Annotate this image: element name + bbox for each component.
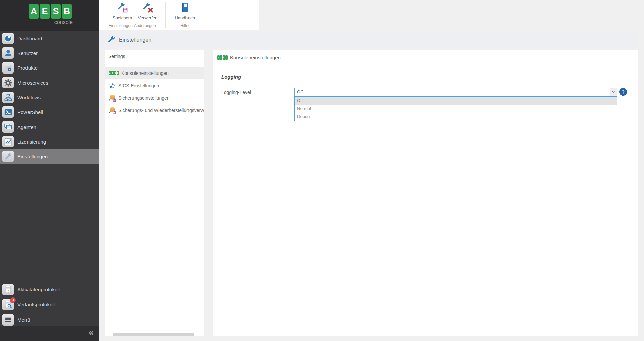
button-label: Speichern xyxy=(113,15,132,20)
settings-item-label: Sicherungs- und Wiederherstellungsverwal xyxy=(118,108,204,113)
sidebar-item-menue[interactable]: Menü xyxy=(0,312,99,327)
sidebar-item-label: Workflows xyxy=(17,95,41,100)
main-content-panel: AESB Konsoleneinstellungen Logging Loggi… xyxy=(213,50,638,336)
ribbon-toolbar: Speichern Verwerfen Handbuch Einstellung… xyxy=(99,0,644,32)
sidebar-item-label: Produkte xyxy=(17,65,38,71)
sidebar-item-aktivitaetenprotokoll[interactable]: Aktivitätenprotokoll xyxy=(0,282,99,297)
content-header: AESB Konsoleneinstellungen xyxy=(217,55,281,60)
sidebar-item-einstellungen[interactable]: Einstellungen xyxy=(0,149,99,164)
ribbon-group-label: Einstellungen Änderungen xyxy=(99,23,165,28)
settings-item-sics-einstellungen[interactable]: SICS-Einstellungen xyxy=(105,79,204,92)
sidebar-item-label: Microservices xyxy=(17,80,48,86)
sidebar-item-label: Agenten xyxy=(17,124,36,130)
logging-level-label: Logging-Level xyxy=(221,90,251,95)
content-title: Konsoleneinstellungen xyxy=(230,55,281,60)
sidebar-item-dashboard[interactable]: Dashboard xyxy=(0,31,99,46)
logo-letter: S xyxy=(51,4,61,19)
sidebar-item-label: Lizensierung xyxy=(17,139,46,145)
dashboard-icon xyxy=(2,33,14,44)
ribbon-group-label: Hilfe xyxy=(165,23,204,28)
combobox-value: Off xyxy=(295,88,610,96)
sidebar-item-agenten[interactable]: Agenten xyxy=(0,119,99,134)
sidebar-item-powershell[interactable]: PowerShell xyxy=(0,105,99,119)
settings-item-sicherungs-wiederherstellung[interactable]: Sicherungs- und Wiederherstellungsverwal xyxy=(105,104,204,116)
logo-letter: A xyxy=(29,4,39,19)
dropdown-option-debug[interactable]: Debug xyxy=(295,113,617,121)
history-log-icon: 3 xyxy=(2,299,14,310)
settings-item-sicherungseinstellungen[interactable]: Sicherungseinstellungen xyxy=(105,92,204,104)
discard-button[interactable]: Verwerfen xyxy=(135,2,160,22)
sidebar-item-label: Einstellungen xyxy=(17,154,48,159)
help-icon[interactable]: ? xyxy=(619,88,627,96)
wrench-discard-icon xyxy=(142,2,154,15)
menu-icon xyxy=(2,314,14,326)
button-label: Verwerfen xyxy=(138,15,158,20)
button-label: Handbuch xyxy=(175,15,195,20)
monitors-icon xyxy=(2,121,14,133)
logo-letter: E xyxy=(40,4,50,19)
aesb-mini-logo: AESB xyxy=(109,71,119,75)
settings-list: AESB Konsoleneinstellungen SICS-Einstell… xyxy=(105,67,204,116)
collapse-sidebar-button[interactable]: « xyxy=(89,327,93,338)
sidebar-item-microservices[interactable]: Microservices xyxy=(0,75,99,90)
section-title: Logging xyxy=(221,74,241,80)
user-icon xyxy=(2,47,14,59)
sidebar-item-label: Dashboard xyxy=(17,36,42,41)
divider xyxy=(108,63,201,63)
settings-item-label: Sicherungseinstellungen xyxy=(118,95,170,101)
logging-level-dropdown-list: Off Normal Debug xyxy=(294,96,617,121)
sidebar-item-label: Benutzer xyxy=(17,50,38,56)
sidebar-item-benutzer[interactable]: Benutzer xyxy=(0,46,99,60)
app-logo: A E S B console xyxy=(0,0,99,31)
sidebar-item-label: PowerShell xyxy=(17,109,43,115)
molecule-icon xyxy=(109,82,116,89)
ribbon-group-separator xyxy=(204,2,204,28)
sidebar-item-label: Menü xyxy=(17,317,30,323)
database-restore-icon xyxy=(109,107,116,114)
page-title: Einstellungen xyxy=(119,37,151,43)
products-icon xyxy=(2,62,14,74)
breadcrumb: Einstellungen xyxy=(99,33,638,47)
horizontal-scrollbar-thumb[interactable] xyxy=(113,333,194,336)
panel-title: Settings xyxy=(108,54,125,59)
window-top-border xyxy=(259,0,644,0)
sidebar-item-label: Verlaufsprotokoll xyxy=(17,302,55,307)
sidebar-bottom-nav: Aktivitätenprotokoll 3 Verlaufsprotokoll… xyxy=(0,282,99,327)
logo-subtitle: console xyxy=(54,19,73,26)
settings-item-label: SICS-Einstellungen xyxy=(118,83,159,88)
notification-badge: 3 xyxy=(10,297,16,303)
aesb-mini-logo: AESB xyxy=(217,55,228,60)
wrench-save-icon xyxy=(116,2,128,15)
chevron-down-icon xyxy=(612,91,615,93)
book-icon xyxy=(179,2,191,15)
sidebar: A E S B console Dashboard Benutzer Produ… xyxy=(0,0,99,341)
divider xyxy=(220,69,637,69)
sidebar-item-workflows[interactable]: Workflows xyxy=(0,90,99,105)
combobox-dropdown-button[interactable] xyxy=(610,88,617,96)
settings-list-panel: Settings AESB Konsoleneinstellungen SICS… xyxy=(105,50,204,336)
settings-item-konsoleneinstellungen[interactable]: AESB Konsoleneinstellungen xyxy=(105,67,204,79)
wrench-icon xyxy=(2,151,14,162)
aesb-logo: A E S B xyxy=(29,4,72,19)
database-save-icon xyxy=(109,94,116,102)
settings-item-label: Konsoleneinstellungen xyxy=(121,70,169,76)
sidebar-item-produkte[interactable]: Produkte xyxy=(0,60,99,75)
sidebar-footer: « xyxy=(0,326,99,341)
sidebar-item-label: Aktivitätenprotokoll xyxy=(17,287,60,292)
gear-icon xyxy=(2,77,14,88)
activity-log-icon xyxy=(2,284,14,295)
chart-icon xyxy=(2,136,14,147)
logging-level-combobox[interactable]: Off xyxy=(294,88,617,96)
logo-letter: B xyxy=(62,4,72,19)
sidebar-item-lizensierung[interactable]: Lizensierung xyxy=(0,134,99,149)
manual-button[interactable]: Handbuch xyxy=(172,2,197,22)
wrench-icon xyxy=(106,35,116,46)
sidebar-nav: Dashboard Benutzer Produkte Microservice… xyxy=(0,31,99,164)
dropdown-option-off[interactable]: Off xyxy=(295,97,617,105)
dropdown-option-normal[interactable]: Normal xyxy=(295,105,617,113)
save-button[interactable]: Speichern xyxy=(110,2,135,22)
sidebar-item-verlaufsprotokoll[interactable]: 3 Verlaufsprotokoll xyxy=(0,297,99,312)
workflow-icon xyxy=(2,92,14,103)
powershell-icon xyxy=(2,106,14,118)
